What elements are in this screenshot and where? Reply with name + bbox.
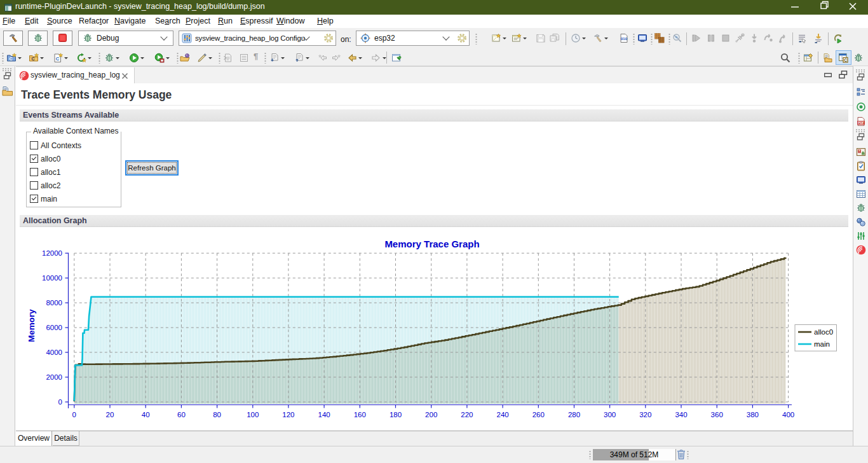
svg-text:300: 300 (604, 411, 616, 418)
svg-text:10000: 10000 (42, 274, 62, 282)
svg-text:400: 400 (782, 411, 794, 418)
svg-text:0: 0 (58, 398, 62, 406)
svg-text:6000: 6000 (46, 324, 62, 331)
svg-text:240: 240 (497, 411, 509, 418)
svg-text:20: 20 (106, 411, 114, 418)
svg-text:340: 340 (675, 411, 687, 418)
svg-text:260: 260 (532, 411, 545, 418)
svg-text:60: 60 (177, 411, 186, 418)
svg-text:280: 280 (568, 411, 580, 418)
svg-text:Memory Trace Graph: Memory Trace Graph (384, 238, 479, 249)
svg-text:160: 160 (354, 411, 366, 418)
svg-text:100: 100 (247, 411, 259, 418)
svg-text:main: main (814, 340, 830, 348)
svg-text:180: 180 (390, 411, 402, 418)
svg-text:220: 220 (461, 411, 473, 418)
svg-text:2000: 2000 (46, 373, 62, 381)
svg-text:40: 40 (142, 411, 150, 418)
svg-text:0: 0 (72, 411, 76, 418)
svg-text:4000: 4000 (46, 349, 62, 356)
svg-text:80: 80 (213, 411, 221, 418)
svg-text:120: 120 (282, 411, 294, 418)
svg-text:12000: 12000 (42, 249, 62, 257)
svg-text:380: 380 (747, 411, 759, 418)
svg-text:320: 320 (639, 411, 651, 418)
svg-text:140: 140 (318, 411, 330, 418)
svg-text:alloc0: alloc0 (814, 328, 833, 336)
svg-text:8000: 8000 (46, 299, 62, 307)
svg-text:Memory: Memory (27, 309, 36, 342)
svg-text:200: 200 (425, 411, 437, 418)
svg-text:360: 360 (711, 411, 723, 418)
